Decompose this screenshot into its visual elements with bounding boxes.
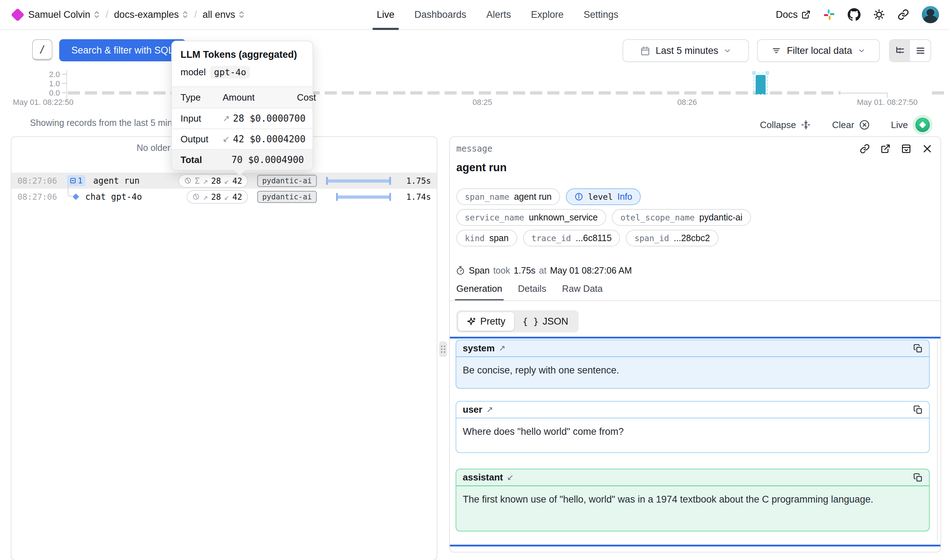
x-label-0825: 08:25: [468, 98, 497, 107]
share-link-icon[interactable]: [898, 9, 909, 20]
env-selector[interactable]: all envs: [203, 9, 245, 20]
slack-icon[interactable]: [823, 9, 835, 20]
time-range-dropdown[interactable]: Last 5 minutes: [623, 39, 749, 62]
trace-row-chat-gpt4o[interactable]: 08:27:06 chat gpt-4o ↗ 28 ↙ 42 pydantic-…: [11, 189, 437, 205]
pill-kind[interactable]: kind span: [456, 230, 517, 246]
pill-span-name[interactable]: span_name agent run: [456, 188, 560, 205]
info-icon: [574, 192, 583, 201]
bar-selection-outline: [754, 73, 768, 94]
tab-details[interactable]: Details: [518, 283, 546, 301]
tab-raw-data[interactable]: Raw Data: [562, 283, 603, 301]
col-cost: Cost: [255, 92, 316, 103]
tab-dashboards[interactable]: Dashboards: [415, 0, 467, 29]
copy-icon[interactable]: [913, 344, 923, 353]
logfire-logo-icon: [11, 8, 24, 22]
token-usage-chip[interactable]: ↗ 28 ↙ 42: [186, 190, 248, 204]
selection-handle[interactable]: [766, 71, 769, 75]
breadcrumb-separator: /: [106, 9, 108, 20]
pill-key: trace_id: [532, 234, 571, 243]
detail-tabs: Generation Details Raw Data: [456, 283, 603, 301]
span-name: agent run: [93, 176, 140, 186]
clear-label: Clear: [832, 120, 854, 131]
stopwatch-icon: [455, 266, 465, 275]
scope-badge[interactable]: pydantic-ai: [257, 175, 317, 187]
docs-link[interactable]: Docs: [775, 9, 811, 20]
message-role: assistant: [463, 472, 503, 483]
llm-tokens-tooltip: LLM Tokens (aggregated) model gpt-4o Typ…: [171, 41, 313, 171]
calendar-icon: [640, 46, 650, 55]
scrollbar-track[interactable]: [937, 341, 938, 541]
tooltip-model-row: model gpt-4o: [172, 62, 312, 86]
model-value-chip: gpt-4o: [211, 66, 250, 78]
scope-badge[interactable]: pydantic-ai: [257, 191, 317, 203]
bar-fill: [337, 195, 389, 198]
open-external-icon[interactable]: [880, 144, 891, 154]
search-filter-sql-button[interactable]: Search & filter with SQL: [59, 39, 186, 62]
token-usage-chip[interactable]: Σ ↗ 28 ↙ 42: [178, 174, 248, 188]
user-avatar[interactable]: [922, 6, 939, 23]
tab-generation[interactable]: Generation: [456, 283, 502, 301]
close-icon[interactable]: [922, 143, 933, 154]
tab-live[interactable]: Live: [377, 0, 395, 29]
token-row-output: Output ↙ 42 $0.0004200: [172, 128, 312, 149]
clear-button[interactable]: Clear: [832, 119, 870, 131]
github-icon[interactable]: [847, 8, 861, 21]
message-text: The first known use of "hello, world" wa…: [456, 486, 929, 514]
project-selector[interactable]: docs-examples: [114, 9, 189, 20]
token-table-header: Type Amount Cost: [172, 87, 312, 108]
took-at-word: at: [539, 265, 546, 276]
filter-local-data-dropdown[interactable]: Filter local data: [757, 39, 880, 62]
selection-handle[interactable]: [752, 71, 756, 75]
collapse-button[interactable]: Collapse: [760, 120, 811, 131]
arrow-up-right-icon: ↗: [203, 192, 208, 202]
arrow-up-right-icon: ↗: [499, 343, 506, 353]
row-type: Output: [180, 134, 223, 145]
trace-row-agent-run[interactable]: 08:27:06 1 agent run Σ ↗ 28 ↙ 42 pydant: [11, 172, 437, 189]
row-type: Input: [180, 113, 223, 124]
y-tickmark: [62, 83, 66, 84]
message-card-system: system ↗ Be concise, reply with one sent…: [455, 340, 930, 389]
took-span-word: Span: [469, 265, 489, 276]
message-card-assistant: assistant ↙ The first known use of "hell…: [455, 469, 930, 531]
pill-value: Info: [618, 192, 632, 202]
view-mode-toggle: [889, 39, 931, 62]
list-view-button[interactable]: [910, 40, 931, 62]
span-name: chat gpt-4o: [85, 192, 142, 202]
records-timeline-chart[interactable]: 2.0 1.0 0.0 May 01. 08:22:50 08:25 08:26…: [0, 66, 949, 111]
copy-link-icon[interactable]: [860, 144, 870, 154]
tree-view-button[interactable]: [890, 40, 910, 62]
tab-explore[interactable]: Explore: [531, 0, 564, 29]
pill-level[interactable]: level Info: [566, 188, 641, 205]
sparkle-icon: [467, 317, 476, 326]
copy-icon[interactable]: [913, 473, 923, 482]
pill-span-id[interactable]: span_id ...28cbc2: [626, 230, 718, 246]
tabs-divider: [450, 300, 940, 301]
time-range-label: Last 5 minutes: [656, 45, 718, 56]
collapse-children-badge[interactable]: 1: [67, 175, 85, 186]
bar-fill: [328, 179, 389, 183]
pill-otel-scope[interactable]: otel_scope_name pydantic-ai: [612, 209, 751, 226]
tab-settings[interactable]: Settings: [584, 0, 618, 29]
coin-icon: [184, 177, 192, 185]
chevron-updown-icon: [94, 10, 100, 19]
live-toggle[interactable]: [913, 115, 933, 135]
copy-icon[interactable]: [913, 405, 923, 414]
panel-resize-handle[interactable]: [440, 342, 447, 357]
y-tick-0: 0.0: [35, 88, 60, 98]
json-option[interactable]: { } JSON: [514, 312, 577, 331]
records-actions: Collapse Clear Live: [760, 115, 933, 135]
pill-value: span: [489, 233, 508, 243]
dock-panel-icon[interactable]: [901, 144, 911, 154]
collapse-box-icon: [70, 178, 76, 184]
pretty-option[interactable]: Pretty: [458, 312, 514, 331]
duration-bar: [326, 192, 391, 201]
output-tokens: 42: [232, 192, 242, 202]
pill-trace-id[interactable]: trace_id ...6c8115: [523, 230, 620, 246]
org-selector[interactable]: Samuel Colvin: [28, 9, 100, 20]
json-label: JSON: [543, 316, 568, 327]
row-amount: 70: [232, 154, 243, 165]
theme-toggle-icon[interactable]: [874, 9, 885, 20]
pill-value: unknown_service: [529, 212, 598, 223]
tab-alerts[interactable]: Alerts: [486, 0, 511, 29]
pill-service-name[interactable]: service_name unknown_service: [456, 209, 606, 226]
